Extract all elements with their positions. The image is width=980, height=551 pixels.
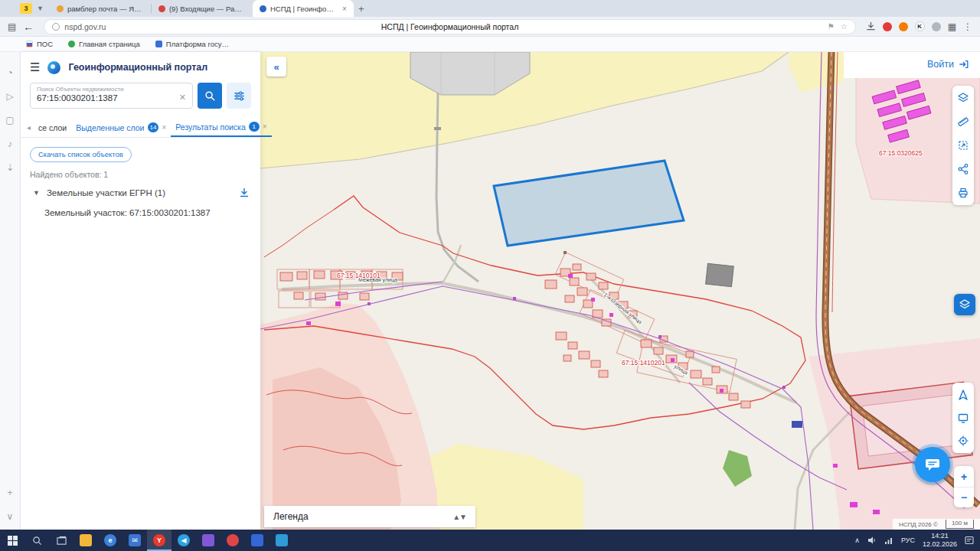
address-bar[interactable]: nspd.gov.ru НСПД | Геоинформационный пор… <box>44 19 855 34</box>
clock-date: 12.02.2026 <box>923 540 957 549</box>
taskbar-app-purple[interactable] <box>196 530 220 551</box>
taskbar-app-telegram[interactable]: ◀ <box>172 530 196 551</box>
language-indicator[interactable]: РУС <box>901 536 915 544</box>
browser-tab-2[interactable]: (9) Входящие — Рамблер <box>152 0 253 17</box>
app-icon <box>202 534 214 546</box>
taskbar-clock[interactable]: 14:21 12.02.2026 <box>923 532 957 549</box>
collapse-rail-icon[interactable]: ∨ <box>7 511 14 522</box>
extension-k-icon[interactable]: K <box>915 21 925 31</box>
taskbar-app-edge[interactable]: e <box>98 530 122 551</box>
screen-frame-icon[interactable] <box>957 412 969 424</box>
bookmark-pos[interactable]: ПОС <box>26 40 53 48</box>
extent-icon[interactable] <box>957 139 969 152</box>
clear-search-icon[interactable]: ✕ <box>175 93 186 103</box>
taskbar-app-explorer[interactable] <box>74 530 98 551</box>
start-button[interactable] <box>0 530 24 551</box>
close-tab-icon[interactable]: × <box>162 123 166 132</box>
login-button[interactable]: Войти <box>927 59 954 70</box>
map-area[interactable]: Межевая улица 1-я Озёрная улица улица 67… <box>260 52 980 530</box>
hamburger-menu-icon[interactable]: ☰ <box>30 60 40 74</box>
windows-taskbar: e ✉ Y ◀ ∧ РУС 14:21 12.02.2026 <box>0 530 980 551</box>
bookmark-home[interactable]: Главная страница <box>68 40 140 48</box>
filter-button[interactable] <box>227 83 251 109</box>
taskbar-app-blue[interactable] <box>245 530 270 551</box>
star-icon[interactable]: ☆ <box>841 22 848 31</box>
collections-icon[interactable]: ▦ <box>948 21 956 32</box>
sidebar-notifications-badge[interactable]: 3 <box>20 3 32 14</box>
extension-icon[interactable] <box>883 22 892 31</box>
system-tray: ∧ РУС 14:21 12.02.2026 <box>854 532 980 549</box>
copyright-text: НСПД 2026 © <box>899 521 938 528</box>
extension-icon[interactable] <box>899 22 908 31</box>
new-tab-button[interactable]: + <box>358 3 364 15</box>
target-icon[interactable] <box>957 435 969 447</box>
tab-favicon <box>158 5 165 12</box>
panels-icon[interactable]: ▤ <box>8 21 16 32</box>
layers-icon[interactable] <box>957 92 969 104</box>
apps-icon[interactable]: ▢ <box>5 115 14 126</box>
browser-tabstrip: 3 ▼ рамблер почта — Яндекс (9) Входящие … <box>0 0 980 17</box>
search-button[interactable] <box>198 83 222 109</box>
download-list-button[interactable]: Скачать список объектов <box>30 147 132 162</box>
locate-arrow-icon[interactable] <box>957 389 969 401</box>
back-icon[interactable]: ← <box>23 21 34 33</box>
tray-expand-icon[interactable]: ∧ <box>854 536 860 544</box>
search-row: Поиск Объекты недвижимости 67:15:0030201… <box>30 83 251 109</box>
bookmark-gosuslugi[interactable]: Платформа госу… <box>155 40 229 48</box>
task-view-button[interactable] <box>49 530 74 551</box>
action-center-icon[interactable] <box>965 536 974 545</box>
nspd-logo <box>47 61 60 74</box>
map-attribution: НСПД 2026 © 100 м <box>893 519 980 530</box>
tab-search-results[interactable]: Результаты поиска 1 × <box>171 118 271 137</box>
active-layers-tool-button[interactable] <box>954 294 975 315</box>
parcel-result-item[interactable]: Земельный участок: 67:15:0030201:1387 <box>21 204 260 223</box>
download-icon[interactable] <box>866 21 876 31</box>
tabs-scroll-left-icon[interactable]: ◂ <box>24 123 34 132</box>
taskbar-app-red[interactable] <box>220 530 245 551</box>
layers-icon <box>959 298 971 311</box>
tab-close-icon[interactable]: × <box>342 5 347 13</box>
taskbar-search-button[interactable] <box>24 530 49 551</box>
download-group-icon[interactable] <box>239 187 250 198</box>
volume-icon[interactable] <box>867 536 877 545</box>
legend-bar[interactable]: Легенда ▲▼ <box>264 506 475 527</box>
cadastral-map[interactable]: Межевая улица 1-я Озёрная улица улица 67… <box>260 52 980 530</box>
egrn-group-row[interactable]: ▼ Земельные участки ЕГРН (1) <box>21 182 260 204</box>
extension-icon[interactable] <box>932 22 941 31</box>
video-icon[interactable]: ▷ <box>6 91 13 102</box>
url-text: nspd.gov.ru <box>64 22 106 31</box>
edge-icon: e <box>104 534 116 546</box>
zoom-out-button[interactable]: − <box>954 487 974 507</box>
tab-all-layers[interactable]: се слои <box>34 118 71 137</box>
browser-tab-1[interactable]: рамблер почта — Яндекс <box>50 0 151 17</box>
taskbar-app-teal[interactable] <box>270 530 294 551</box>
bookmark-flag-icon[interactable]: ⚑ <box>828 22 835 31</box>
print-icon[interactable] <box>957 187 969 199</box>
share-icon[interactable] <box>957 163 969 175</box>
browser-side-rail: ◔ ▷ ▢ ♪ ⇣ + ∨ <box>0 52 21 530</box>
search-input[interactable]: Поиск Объекты недвижимости 67:15:0030201… <box>30 83 193 109</box>
expand-collapse-icon[interactable]: ▲▼ <box>452 513 466 521</box>
assistant-icon[interactable]: ◔ <box>7 67 12 78</box>
network-icon[interactable] <box>884 536 893 545</box>
bookmark-icon <box>68 41 75 47</box>
collapse-panel-button[interactable]: « <box>266 57 286 77</box>
add-panel-icon[interactable]: + <box>7 487 12 498</box>
tab-favicon <box>260 5 266 12</box>
chat-button[interactable] <box>915 447 950 482</box>
chevron-down-icon[interactable]: ▼ <box>37 5 44 12</box>
music-icon[interactable]: ♪ <box>8 139 12 149</box>
chevron-down-icon[interactable]: ▼ <box>33 189 40 197</box>
ruler-icon[interactable] <box>957 116 969 128</box>
search-value: 67:15:0030201:1387 <box>37 93 118 103</box>
taskbar-app-mail[interactable]: ✉ <box>122 530 147 551</box>
sliders-icon <box>234 90 245 102</box>
taskbar-app-browser-active[interactable]: Y <box>147 530 172 551</box>
zoom-in-button[interactable]: + <box>954 466 974 487</box>
close-tab-icon[interactable]: × <box>263 122 267 131</box>
tab-selected-layers[interactable]: Выделенные слои 14 × <box>71 118 171 137</box>
downloads-icon[interactable]: ⇣ <box>6 162 14 173</box>
browser-tab-3-active[interactable]: НСПД | Геоинформацион… × <box>253 0 354 17</box>
site-info-icon[interactable] <box>52 23 60 31</box>
menu-kebab-icon[interactable]: ⋮ <box>963 21 972 32</box>
